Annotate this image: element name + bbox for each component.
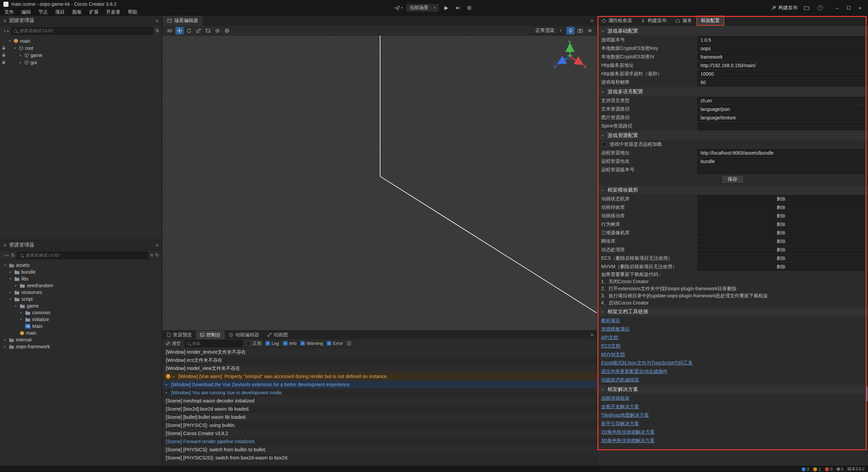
lock-icon[interactable] <box>2 46 5 50</box>
log-row[interactable]: [Scene] [PHYSICS2D]: switch from box2d-w… <box>162 454 597 462</box>
delete-module-button[interactable]: 删除 <box>697 246 865 254</box>
chevron-down-icon[interactable]: ▾ <box>13 46 17 50</box>
doc-link[interactable]: MVVM文档 <box>601 352 625 358</box>
asset-node-main-scene[interactable]: main <box>0 330 162 336</box>
solution-link[interactable]: 新手引导解决方案 <box>601 421 639 427</box>
delete-module-button[interactable]: 删除 <box>697 221 865 228</box>
log-row[interactable]: [Window] ecs文件夹不存在 <box>162 356 597 364</box>
texture-path-input[interactable]: language/texture <box>697 114 865 121</box>
chevron-right-icon[interactable]: ▸ <box>14 284 18 287</box>
step-button[interactable] <box>453 3 462 12</box>
minimize-button[interactable]: – <box>832 3 842 12</box>
delete-module-button[interactable]: 删除 <box>697 238 865 245</box>
delete-module-button[interactable]: 删除 <box>697 263 865 271</box>
grid-button[interactable]: ⊞ <box>465 3 474 12</box>
log-row[interactable]: [Scene] [bullet]:bullet wasm lib loaded. <box>162 413 597 421</box>
section-doc-links[interactable]: ▾ 框架文档工具链接 <box>597 307 868 316</box>
menu-help[interactable]: 帮助 <box>124 8 141 16</box>
http-server-input[interactable]: http://192.168.0.150/main/ <box>697 62 865 69</box>
delete-module-button[interactable]: 删除 <box>697 229 865 237</box>
asset-node-seedrandom[interactable]: ▸ seedrandom <box>0 282 162 289</box>
remote-url-input[interactable]: http://localhost:8083/assets/bundle <box>697 149 865 157</box>
checkbox-checked-icon[interactable]: ✓ <box>265 341 270 346</box>
auto-scroll-icon[interactable] <box>347 341 351 346</box>
hierarchy-search-input[interactable] <box>19 28 151 33</box>
log-row[interactable]: [Scene] [box2d]:box2d wasm lib loaded. <box>162 405 597 413</box>
delete-module-button[interactable]: 删除 <box>697 212 865 220</box>
open-folder-button[interactable] <box>802 3 811 12</box>
menu-edit[interactable]: 编辑 <box>18 8 35 16</box>
task-count[interactable]: 0 <box>837 467 844 472</box>
log-row[interactable]: [Scene] [PHYSICS]: switch from builtin t… <box>162 446 597 454</box>
hierarchy-search[interactable] <box>11 27 153 35</box>
fps-input[interactable]: 60 <box>697 79 865 86</box>
refresh-icon[interactable]: ↻ <box>155 253 159 258</box>
tab-animation-editor[interactable]: 动画编辑器 <box>225 331 263 339</box>
warning-filter[interactable]: ✓ Warning <box>300 341 323 346</box>
hierarchy-node-root[interactable]: ▾ root <box>0 44 162 52</box>
chevron-down-icon[interactable]: ▾ <box>8 277 13 280</box>
camera-settings-button[interactable] <box>576 27 585 35</box>
section-basic-config[interactable]: ▾ 游戏基础配置 <box>597 26 868 36</box>
delete-module-button[interactable]: 删除 <box>697 204 865 211</box>
checkbox-unchecked-icon[interactable] <box>602 142 607 147</box>
regex-filter[interactable]: 正则 <box>246 340 261 347</box>
crypto-key-input[interactable]: oops <box>697 45 865 52</box>
chevron-right-icon[interactable]: ▸ <box>8 291 13 294</box>
log-row[interactable]: [Window] model_view文件夹不存在 <box>162 364 597 372</box>
languages-input[interactable]: zh,en <box>697 97 865 104</box>
tab-framework-config[interactable]: 框架配置 <box>696 16 724 26</box>
scene-viewport[interactable]: Y X Z <box>162 36 597 330</box>
http-timeout-input[interactable]: 10000 <box>697 70 865 78</box>
asset-node-assets[interactable]: ▾ assets <box>0 262 162 269</box>
doc-link[interactable]: 游戏模板项目 <box>601 326 630 332</box>
panel-menu-icon[interactable]: ≡ <box>156 18 158 23</box>
log-row[interactable]: [Scene] meshopt wasm decoder initialized <box>162 397 597 405</box>
tab-service[interactable]: 服务 <box>671 16 696 26</box>
spine-path-input[interactable] <box>697 122 865 130</box>
text-path-input[interactable]: language/json <box>697 105 865 113</box>
panel-menu-icon[interactable]: ≡ <box>156 242 158 248</box>
expand-icon[interactable]: ▸ <box>173 372 176 380</box>
build-publish-button[interactable]: 构建发布 <box>771 5 797 11</box>
tab-scene-editor[interactable]: 场景编辑器 <box>162 16 203 26</box>
lock-icon[interactable] <box>2 53 5 57</box>
tab-property-inspector[interactable]: 属性检查器 <box>597 16 636 26</box>
dimension-toggle-button[interactable]: 3D <box>165 27 174 35</box>
orientation-gizmo[interactable]: Y X Z <box>551 40 589 74</box>
remote-load-checkbox-row[interactable]: 游戏中资源是否远程加载 <box>597 140 868 149</box>
assets-search-input[interactable] <box>25 253 145 258</box>
remote-bundle-input[interactable]: bundle <box>697 158 865 165</box>
chevron-down-icon[interactable]: ▾ <box>8 297 13 301</box>
chevron-down-icon[interactable]: ▾ <box>7 39 12 43</box>
error-filter[interactable]: ✓ Error <box>327 341 343 346</box>
maximize-button[interactable] <box>844 3 854 12</box>
expand-icon[interactable]: ▸ <box>166 380 169 389</box>
doc-link[interactable]: 动画状态机编辑器 <box>601 377 639 383</box>
delete-module-button[interactable]: 删除 <box>697 195 865 203</box>
doc-link[interactable]: ECS文档 <box>601 343 620 349</box>
asset-node-internal[interactable]: ▸ internal <box>0 336 162 343</box>
tab-build-publish[interactable]: 构建发布 <box>636 16 671 26</box>
assets-search[interactable] <box>17 252 148 259</box>
doc-link[interactable]: Excel格式转Json文件与TypeScript代码工具 <box>601 360 693 366</box>
play-button[interactable]: ▶ <box>442 3 451 12</box>
world-space-button[interactable] <box>223 27 231 35</box>
checkbox-checked-icon[interactable]: ✓ <box>327 341 331 346</box>
scene-settings-button[interactable]: ⚙ <box>586 27 594 35</box>
doc-link[interactable]: 原生包热更新配置自动生成插件 <box>601 369 668 375</box>
crypto-iv-input[interactable]: framework <box>697 53 865 61</box>
asset-node-Main[interactable]: TS Main <box>0 323 162 330</box>
chevron-down-icon[interactable]: ▾ <box>14 304 18 308</box>
chevron-right-icon[interactable]: ▸ <box>19 318 23 321</box>
checkbox-checked-icon[interactable]: ✓ <box>300 341 305 346</box>
tab-asset-preview[interactable]: 资源预览 <box>162 331 196 339</box>
delete-module-button[interactable]: 删除 <box>697 255 865 262</box>
menu-developer[interactable]: 开发者 <box>102 8 124 16</box>
add-asset-button[interactable]: ＋▾ <box>3 252 9 258</box>
section-resource-config[interactable]: ▾ 游戏资源配置 <box>597 131 868 140</box>
asset-node-oops-framework[interactable]: ▸ oops-framework <box>0 343 162 350</box>
solution-link[interactable]: 3D角色扮演游戏解决方案 <box>601 438 655 444</box>
warning-count[interactable]: 1 <box>813 467 821 472</box>
scrollbar-thumb[interactable] <box>866 387 868 402</box>
